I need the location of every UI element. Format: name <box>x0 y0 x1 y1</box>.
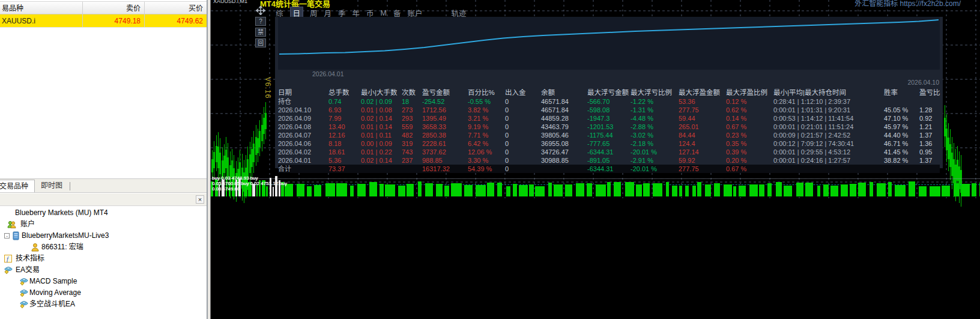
stats-table: 日期总手数最小|大手数次数盈亏金额百分比%出入金余额最大浮亏金额最大浮亏比例最大… <box>278 88 940 173</box>
cell-mflr: -4.48 % <box>631 114 676 123</box>
cell-mfl: -598.08 <box>587 106 628 114</box>
cell-plr <box>919 97 943 106</box>
cell-lots: 12.16 <box>328 131 358 139</box>
navigator-tree: Blueberry Markets (MU) MT4账户-BlueberryMa… <box>0 207 207 319</box>
stats-row-2026.04.07: 2026.04.0712.160.01 | 0.114822850.387.71… <box>278 131 940 139</box>
help-icon[interactable]: ? <box>255 17 266 26</box>
stats-header-cell: 最大浮盈金额 <box>679 88 724 97</box>
tree-item-label: BlueberryMarketsMU-Live3 <box>22 230 109 242</box>
cell-date: 2026.04.10 <box>278 106 326 114</box>
stats-header-cell: 最小|平均|最大持仓时间 <box>773 88 882 97</box>
equity-curve-box <box>278 17 940 70</box>
cell-times: 0:00:09 | 0:21:57 | 2:42:52 <box>773 131 882 139</box>
cell-count: 482 <box>402 131 420 139</box>
cell-date: 合计 <box>278 165 326 173</box>
cell-date: 2026.04.08 <box>278 123 326 131</box>
ea-icon <box>19 300 28 309</box>
cell-times: 0:00:12 | 7:09:12 | 74:30:41 <box>773 139 882 148</box>
cell-winrate: 47.10 % <box>884 114 917 123</box>
cell-winrate: 45.05 % <box>884 106 917 114</box>
cell-minmax: 0.02 | 0.14 <box>361 114 399 123</box>
cell-pnl: -254.52 <box>422 97 465 106</box>
cell-plr: 1.36 <box>919 139 943 148</box>
move-icon[interactable] <box>255 6 266 15</box>
expander-icon[interactable]: - <box>4 233 10 238</box>
cell-winrate: 46.71 % <box>884 139 917 148</box>
tree-item-label: 账户 <box>20 219 35 230</box>
tree-item-8[interactable]: 多空战斗机EA <box>0 299 207 310</box>
stats-header-cell: 盈亏金额 <box>422 88 465 97</box>
symbol-name[interactable]: XAUUSD.i <box>0 14 83 27</box>
cell-pct: 54.39 % <box>468 165 503 173</box>
cell-inout: 0 <box>505 106 539 114</box>
market-watch-tabs: 交易品种 即时图 <box>0 178 207 193</box>
cell-minmax: 0.02 | 0.09 <box>361 97 399 106</box>
cell-plr: 1.21 <box>919 123 943 131</box>
cell-minmax: 0.00 | 0.09 <box>361 139 399 148</box>
cell-inout: 0 <box>505 97 539 106</box>
cell-inout: 0 <box>505 139 539 148</box>
cell-lots: 18.61 <box>328 148 358 156</box>
cell-mfl: -1947.3 <box>587 114 628 123</box>
cell-mfpr: 0.14 % <box>726 114 771 123</box>
cell-mfp: 59.92 <box>679 156 724 165</box>
cell-times: 0:00:01 | 0:24:16 | 1:27:57 <box>773 156 882 165</box>
stats-header-row: 日期总手数最小|大手数次数盈亏金额百分比%出入金余额最大浮亏金额最大浮亏比例最大… <box>278 88 940 97</box>
stats-header-cell: 百分比% <box>468 88 503 97</box>
close-icon[interactable]: × <box>196 195 204 204</box>
cell-lots: 8.18 <box>328 139 358 148</box>
col-ask: 买价 <box>145 2 207 14</box>
cell-pct: 3.82 % <box>468 106 503 114</box>
cell-inout: 0 <box>505 123 539 131</box>
trade-label: 4748.93 <box>232 175 249 181</box>
stats-header-cell: 最大浮盈比例 <box>726 88 771 97</box>
cell-mfl: -1175.44 <box>587 131 628 139</box>
window-icon[interactable]: 回 <box>255 38 266 47</box>
tree-item-0[interactable]: Blueberry Markets (MU) MT4 <box>0 207 207 219</box>
cell-count <box>402 165 420 173</box>
server-icon <box>11 231 20 240</box>
chart-dotted-level-line <box>211 178 980 179</box>
cell-mflr: -20.01 % <box>631 165 676 173</box>
cell-mflr: -2.88 % <box>631 123 676 131</box>
tree-item-3[interactable]: 866311: 宏瑞 <box>0 242 207 253</box>
cell-mflr: -2.18 % <box>631 139 676 148</box>
cell-lots: 6.93 <box>328 106 358 114</box>
chart-area: buy 0.034748.93buy 0.054760.05buy 0.0247… <box>211 0 980 319</box>
cell-inout: 0 <box>505 131 539 139</box>
cell-pct: 7.71 % <box>468 131 503 139</box>
watermark-link: 外汇智能指标 https://fx2h2b.com/ <box>854 0 961 8</box>
tree-item-7[interactable]: Moving Average <box>0 287 207 299</box>
cell-inout: 0 <box>505 148 539 156</box>
cell-mfpr: 0.20 % <box>726 156 771 165</box>
cell-count: 237 <box>402 156 420 165</box>
cell-winrate <box>884 97 917 106</box>
forbid-icon[interactable]: 禁 <box>255 28 266 37</box>
tree-item-6[interactable]: MACD Sample <box>0 276 207 287</box>
stats-header-cell: 胜率 <box>884 88 917 97</box>
tree-item-2[interactable]: -BlueberryMarketsMU-Live3 <box>0 230 207 242</box>
cell-date: 2026.04.06 <box>278 139 326 148</box>
tree-item-label: 866311: 宏瑞 <box>41 242 83 253</box>
cell-mfpr: 0.12 % <box>726 97 771 106</box>
cell-mflr: -1.22 % <box>631 97 676 106</box>
cell-plr: 1.37 <box>919 131 943 139</box>
cell-pnl: 1712.56 <box>422 106 465 114</box>
cell-lots: 0.74 <box>328 97 358 106</box>
cell-winrate: 41.45 % <box>884 148 917 156</box>
tab-symbols[interactable]: 交易品种 <box>0 180 35 192</box>
cell-pnl: 3658.33 <box>422 123 465 131</box>
tree-item-1[interactable]: 账户 <box>0 219 207 230</box>
tab-tick-chart[interactable]: 即时图 <box>35 180 68 192</box>
symbol-row-xauusd[interactable]: XAUUSD.i 4749.18 4749.62 <box>0 14 207 28</box>
cell-minmax: 0.01 | 0.14 <box>361 123 399 131</box>
cell-winrate: 44.40 % <box>884 131 917 139</box>
stats-header-cell: 总手数 <box>328 88 358 97</box>
tree-item-5[interactable]: EA交易 <box>0 264 207 276</box>
stats-header-cell: 次数 <box>402 88 420 97</box>
cell-winrate: 38.82 % <box>884 156 917 165</box>
market-watch-header: 易品种 卖价 买价 <box>0 1 207 14</box>
cell-minmax: 0.01 | 0.22 <box>361 148 399 156</box>
toolbar-item-M[interactable]: M <box>381 9 387 17</box>
tree-item-4[interactable]: f技术指标 <box>0 253 207 264</box>
